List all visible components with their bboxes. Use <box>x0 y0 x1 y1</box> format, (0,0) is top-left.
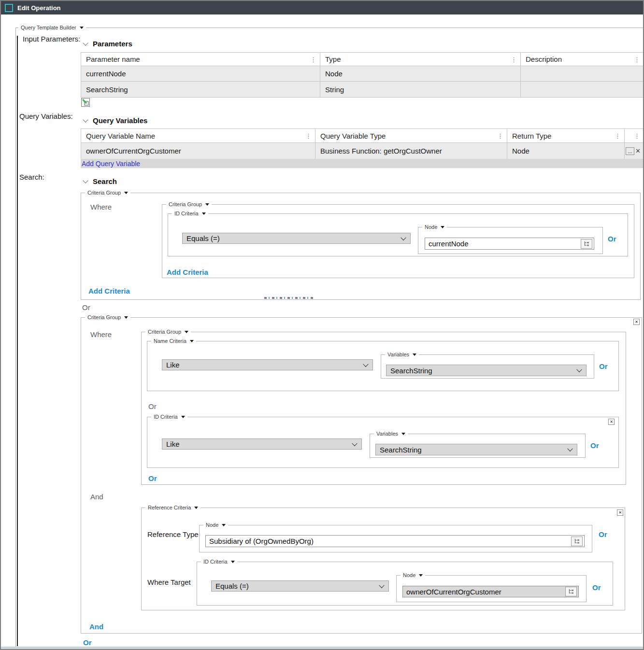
column-menu-icon[interactable]: ⋮ <box>305 132 312 140</box>
criteria-group-legend: Criteria Group <box>148 328 181 335</box>
add-criteria-link[interactable]: Add Criteria <box>167 268 208 276</box>
column-menu-icon[interactable]: ⋮ <box>615 132 621 140</box>
parameters-section-title: Parameters <box>93 40 132 48</box>
add-row-button[interactable] <box>81 98 90 107</box>
where-label: Where <box>90 330 112 339</box>
chevron-down-icon <box>379 582 384 588</box>
chevron-down-icon <box>352 440 357 446</box>
collapse-chevron-icon[interactable] <box>83 117 88 122</box>
legend-dropdown-icon[interactable] <box>222 524 226 526</box>
edit-operation-window: Edit Operation Query Template Builder In… <box>0 0 644 650</box>
node-value-field[interactable]: currentNode <box>425 238 594 250</box>
or-link[interactable]: Or <box>592 583 601 592</box>
or-link[interactable]: Or <box>590 441 599 450</box>
id-criteria-legend: ID Criteria <box>174 210 199 217</box>
query-variables-section-header[interactable]: Query Variables <box>84 116 147 125</box>
and-label: And <box>90 493 103 501</box>
column-menu-icon[interactable]: ⋮ <box>497 132 503 140</box>
criteria-group-legend: Criteria Group <box>87 189 121 196</box>
or-separator-label: Or <box>82 303 90 311</box>
legend-dropdown-icon[interactable] <box>401 433 405 435</box>
parameters-col-name[interactable]: Parameter name ⋮ <box>81 53 320 66</box>
qv-type-cell[interactable]: Business Function: getOrgCustOwner <box>315 143 507 159</box>
add-query-variable-link[interactable]: Add Query Variable <box>82 160 140 168</box>
parameter-name-cell[interactable]: currentNode <box>81 66 320 82</box>
reference-type-field[interactable]: Subsidiary of (OrgOwnedByOrg) <box>205 535 585 547</box>
or-link[interactable]: Or <box>148 474 157 482</box>
collapse-chevron-icon[interactable] <box>83 40 88 45</box>
legend-dropdown-icon[interactable] <box>205 203 209 206</box>
node-picker-button[interactable] <box>571 537 583 546</box>
parameters-col-description[interactable]: Description ⋮ <box>521 53 644 66</box>
close-icon[interactable]: ✕ <box>608 419 615 425</box>
legend-dropdown-icon[interactable] <box>124 316 128 319</box>
node-value-field[interactable]: ownerOfCurrentOrgCustomer <box>402 586 579 597</box>
variables-legend: Variables <box>387 351 409 358</box>
node-picker-button[interactable] <box>565 587 577 596</box>
or-link[interactable]: Or <box>599 530 607 538</box>
where-label: Where <box>90 203 112 211</box>
qv-col-actions[interactable]: ⋮ <box>625 129 644 143</box>
legend-dropdown-icon[interactable] <box>413 353 416 356</box>
legend-dropdown-icon[interactable] <box>80 27 84 29</box>
chevron-down-icon <box>363 361 368 367</box>
parameter-description-cell[interactable] <box>521 66 644 82</box>
parameter-description-cell[interactable] <box>521 82 644 97</box>
node-legend: Node <box>403 572 415 579</box>
node-legend: Node <box>425 224 437 230</box>
legend-dropdown-icon[interactable] <box>185 331 188 333</box>
legend-dropdown-icon[interactable] <box>124 192 128 194</box>
legend-dropdown-icon[interactable] <box>194 507 198 509</box>
variable-dropdown[interactable]: SearchString <box>386 365 587 376</box>
add-criteria-link[interactable]: Add Criteria <box>88 287 130 295</box>
parameter-type-cell[interactable]: String <box>320 82 521 97</box>
parameter-name-cell[interactable]: SearchString <box>81 82 320 97</box>
search-section-title: Search <box>93 177 117 185</box>
or-link[interactable]: Or <box>83 638 92 647</box>
column-menu-icon[interactable]: ⋮ <box>310 56 316 63</box>
query-variables-label: Query Variables: <box>19 112 73 120</box>
window-title: Edit Operation <box>17 4 61 12</box>
qv-col-name[interactable]: Query Variable Name ⋮ <box>81 129 315 143</box>
legend-dropdown-icon[interactable] <box>441 226 444 228</box>
close-icon[interactable]: ✕ <box>633 319 640 325</box>
operator-dropdown[interactable]: Equals (=) <box>182 233 411 244</box>
node-picker-button[interactable] <box>581 239 592 249</box>
legend-dropdown-icon[interactable] <box>419 574 423 577</box>
parameters-col-type[interactable]: Type ⋮ <box>320 53 521 66</box>
qv-actions-cell: ... ✕ <box>625 143 644 159</box>
search-section-header[interactable]: Search <box>84 177 117 185</box>
column-menu-icon[interactable]: ⋮ <box>634 56 640 63</box>
browse-button[interactable]: ... <box>626 147 634 155</box>
collapse-chevron-icon[interactable] <box>83 178 88 183</box>
query-variables-table: Query Variable Name ⋮ Query Variable Typ… <box>81 128 644 159</box>
app-icon <box>5 4 13 12</box>
qv-col-type[interactable]: Query Variable Type ⋮ <box>315 129 507 143</box>
column-menu-icon[interactable]: ⋮ <box>511 56 517 63</box>
column-menu-icon[interactable]: ⋮ <box>634 132 640 140</box>
legend-dropdown-icon[interactable] <box>202 212 206 215</box>
operator-dropdown[interactable]: Like <box>162 438 362 450</box>
parameter-type-cell[interactable]: Node <box>320 66 521 82</box>
tree-icon <box>568 588 574 595</box>
qv-name-cell[interactable]: ownerOfCurrentOrgCustomer <box>81 143 315 159</box>
delete-icon[interactable]: ✕ <box>635 148 641 154</box>
reference-criteria-legend: Reference Criteria <box>148 504 191 511</box>
legend-dropdown-icon[interactable] <box>231 561 235 563</box>
or-link[interactable]: Or <box>608 235 616 243</box>
parameters-section-header[interactable]: Parameters <box>84 40 132 48</box>
variables-legend: Variables <box>376 430 398 437</box>
or-link[interactable]: Or <box>599 362 608 370</box>
id-criteria-legend: ID Criteria <box>203 558 228 565</box>
and-link[interactable]: And <box>89 622 103 631</box>
qv-return-type-cell[interactable]: Node <box>507 143 625 159</box>
operator-dropdown[interactable]: Equals (=) <box>211 580 389 592</box>
variable-dropdown[interactable]: SearchString <box>375 444 577 455</box>
qv-col-return-type[interactable]: Return Type ⋮ <box>507 129 625 143</box>
close-icon[interactable]: ✕ <box>617 509 623 516</box>
chevron-down-icon <box>576 367 582 372</box>
where-target-label: Where Target <box>147 578 191 586</box>
legend-dropdown-icon[interactable] <box>190 340 194 342</box>
operator-dropdown[interactable]: Like <box>162 359 373 370</box>
legend-dropdown-icon[interactable] <box>181 416 185 418</box>
